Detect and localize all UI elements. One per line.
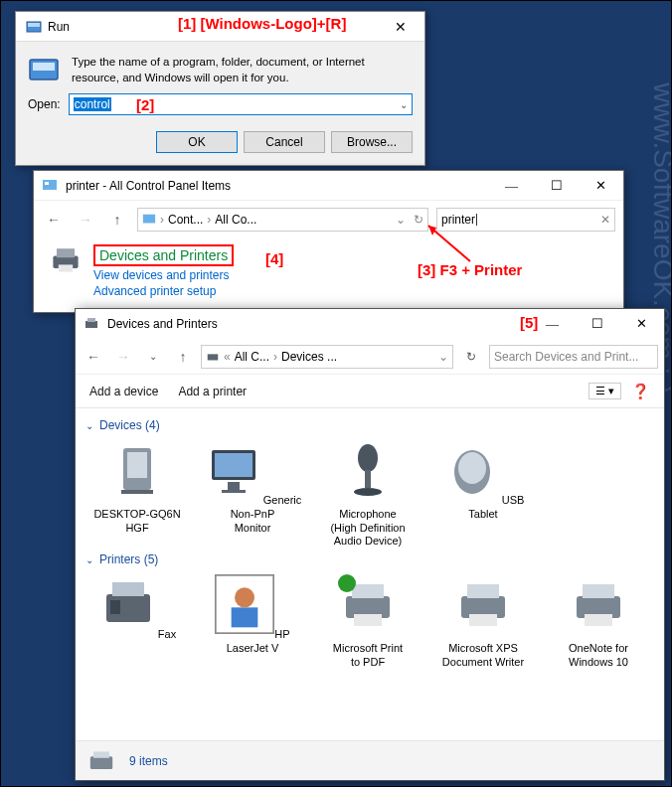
svg-point-22 <box>358 444 378 472</box>
svg-rect-3 <box>33 63 55 71</box>
status-printer-icon <box>85 748 117 774</box>
svg-rect-21 <box>222 490 246 493</box>
view-devices-link[interactable]: View devices and printers <box>93 268 234 282</box>
printer-icon <box>215 574 274 634</box>
chevron-down-icon[interactable]: ⌄ <box>400 99 408 110</box>
help-icon[interactable]: ❓ <box>631 383 650 400</box>
printers-grid: Fax HP LaserJet V Microsoft Printto PDF … <box>85 574 654 669</box>
run-titlebar: Run ✕ <box>16 12 424 42</box>
browse-button[interactable]: Browse... <box>331 131 413 153</box>
dp-nav-recent[interactable]: ⌄ <box>141 351 165 362</box>
dp-breadcrumb-2[interactable]: Devices ... <box>281 350 337 364</box>
devices-printers-icon <box>84 316 99 332</box>
view-options-button[interactable]: ☰ ▾ <box>588 383 621 399</box>
devices-printers-window: Devices and Printers ← → ⌄ ↑ «All C... ›… <box>75 308 665 781</box>
svg-rect-1 <box>28 23 40 27</box>
svg-rect-14 <box>208 354 219 360</box>
devices-grid: DESKTOP-GQ6NHGF Generic Non-PnPMonitor M… <box>85 440 654 549</box>
computer-icon <box>107 440 167 500</box>
run-description: Type the name of a program, folder, docu… <box>72 54 413 85</box>
printer-item-onenote[interactable]: OneNote forWindows 10 <box>547 574 650 669</box>
dp-addr-dropdown[interactable]: ⌄ <box>438 350 448 364</box>
status-text: 9 items <box>129 754 168 768</box>
printer-icon <box>569 574 628 634</box>
printer-item-hp[interactable]: HP LaserJet V <box>201 574 304 669</box>
dp-maximize[interactable] <box>575 310 619 338</box>
printer-item-pdf[interactable]: Microsoft Printto PDF <box>316 574 420 669</box>
device-item-desktop[interactable]: DESKTOP-GQ6NHGF <box>85 440 189 549</box>
svg-rect-5 <box>45 182 49 185</box>
run-title: Run <box>48 20 381 34</box>
search-value: printer <box>441 213 475 227</box>
close-button[interactable] <box>579 172 623 200</box>
svg-rect-35 <box>232 607 258 627</box>
item-label: Microsoft Printto PDF <box>333 642 403 668</box>
status-bar: 9 items <box>76 740 664 780</box>
ok-button[interactable]: OK <box>156 131 238 153</box>
svg-rect-29 <box>110 600 120 614</box>
add-printer-button[interactable]: Add a printer <box>178 385 247 398</box>
nav-forward-icon[interactable]: → <box>74 212 97 228</box>
address-bar[interactable]: ›Cont... ›All Co... ⌄↻ <box>137 208 428 232</box>
search-input[interactable]: printer ✕ <box>436 208 615 232</box>
chevron-down-icon: ⌄ <box>85 420 93 431</box>
dp-breadcrumb-1[interactable]: All C... <box>235 350 269 364</box>
run-icon <box>26 19 42 35</box>
printer-item-xps[interactable]: Microsoft XPSDocument Writer <box>431 574 535 669</box>
refresh-icon[interactable]: ↻ <box>414 213 423 227</box>
item-label: Microsoft XPSDocument Writer <box>442 642 524 668</box>
dp-nav-back[interactable]: ← <box>82 349 105 365</box>
svg-rect-6 <box>143 215 155 224</box>
addr-dropdown-icon[interactable]: ⌄ <box>396 213 406 227</box>
control-panel-icon <box>42 178 58 194</box>
svg-rect-45 <box>90 756 112 769</box>
svg-point-24 <box>354 488 382 496</box>
svg-rect-12 <box>85 321 97 328</box>
dp-nav-up[interactable]: ↑ <box>171 349 195 365</box>
dp-nav-forward[interactable]: → <box>111 349 135 365</box>
devices-printers-header[interactable]: Devices and Printers <box>93 244 234 266</box>
control-panel-window: printer - All Control Panel Items ← → ↑ … <box>33 170 624 313</box>
svg-rect-16 <box>127 452 147 478</box>
svg-point-26 <box>458 452 486 484</box>
run-dialog: Run ✕ Type the name of a program, folder… <box>15 11 425 166</box>
svg-rect-44 <box>585 614 612 626</box>
svg-rect-38 <box>354 614 382 626</box>
svg-rect-13 <box>87 318 95 322</box>
maximize-button[interactable] <box>534 172 579 200</box>
dp-close[interactable] <box>619 310 664 338</box>
breadcrumb-2[interactable]: All Co... <box>215 213 256 227</box>
user-badge-icon <box>215 574 274 634</box>
svg-rect-8 <box>57 248 75 257</box>
cancel-button[interactable]: Cancel <box>244 131 325 153</box>
open-input[interactable]: control ⌄ <box>69 93 413 115</box>
dp-refresh-icon[interactable]: ↻ <box>459 350 483 364</box>
printers-group-label: Printers (5) <box>99 552 158 566</box>
dp-search-input[interactable]: Search Devices and Print... <box>489 345 658 369</box>
dp-minimize[interactable] <box>530 310 575 338</box>
clear-search-icon[interactable]: ✕ <box>600 213 610 227</box>
add-device-button[interactable]: Add a device <box>89 385 158 398</box>
item-label: Fax <box>158 628 176 640</box>
devices-group-label: Devices (4) <box>99 418 160 432</box>
run-body-icon <box>28 54 60 85</box>
breadcrumb-1[interactable]: Cont... <box>168 213 203 227</box>
close-icon[interactable]: ✕ <box>381 19 420 35</box>
device-item-tablet[interactable]: USB Tablet <box>431 440 535 549</box>
printer-icon <box>48 244 84 274</box>
devices-group-header[interactable]: ⌄Devices (4) <box>85 418 654 432</box>
microphone-icon <box>338 440 398 500</box>
item-label: Microphone(High DefinitionAudio Device) <box>330 508 405 548</box>
dp-address-bar[interactable]: «All C... ›Devices ... ⌄ <box>201 345 453 369</box>
dp-addr-icon <box>206 350 220 364</box>
printers-group-header[interactable]: ⌄Printers (5) <box>85 552 654 566</box>
advanced-setup-link[interactable]: Advanced printer setup <box>93 284 234 298</box>
nav-back-icon[interactable]: ← <box>42 212 66 228</box>
device-item-microphone[interactable]: Microphone(High DefinitionAudio Device) <box>316 440 420 549</box>
minimize-button[interactable] <box>489 172 534 200</box>
printer-item-fax[interactable]: Fax <box>85 574 189 669</box>
svg-rect-19 <box>215 453 252 477</box>
device-item-monitor[interactable]: Generic Non-PnPMonitor <box>201 440 304 549</box>
nav-up-icon[interactable]: ↑ <box>105 212 129 228</box>
svg-rect-46 <box>93 751 109 757</box>
